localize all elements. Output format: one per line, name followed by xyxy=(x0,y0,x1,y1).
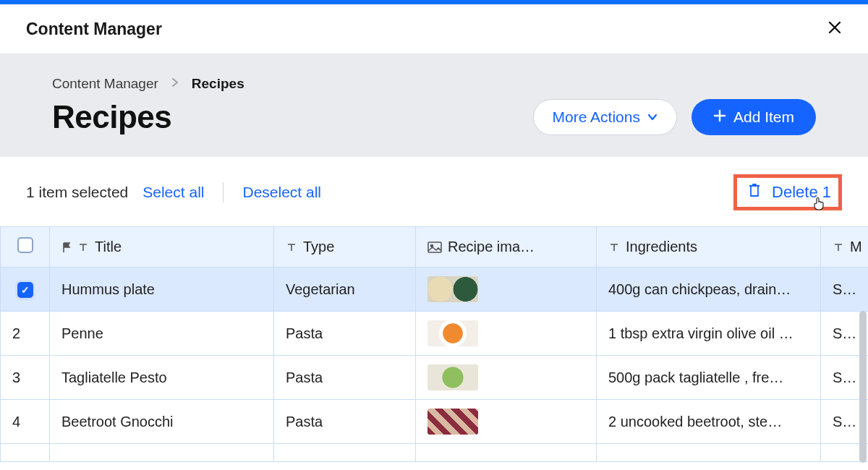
cell-title[interactable]: Tagliatelle Pesto xyxy=(50,356,274,400)
cell-type[interactable]: Pasta xyxy=(274,312,416,356)
cell-ingredients[interactable] xyxy=(597,444,821,462)
cell-image[interactable] xyxy=(416,312,597,356)
cell-ingredients[interactable]: 1 tbsp extra virgin olive oil … xyxy=(597,312,821,356)
modal-title: Content Manager xyxy=(26,20,162,39)
column-title-label: Title xyxy=(95,239,122,255)
row-number[interactable]: 3 xyxy=(1,356,50,400)
action-group: More Actions Add Item xyxy=(533,99,816,135)
add-item-label: Add Item xyxy=(733,108,794,126)
cell-image[interactable] xyxy=(416,444,597,462)
column-ingredients[interactable]: Ingredients xyxy=(597,227,821,268)
cell-image[interactable] xyxy=(416,400,597,444)
row-number[interactable]: 4 xyxy=(1,400,50,444)
cell-ingredients[interactable]: 2 uncooked beetroot, ste… xyxy=(597,400,821,444)
trash-icon xyxy=(747,182,762,202)
table-row[interactable] xyxy=(1,444,869,462)
page-title: Recipes xyxy=(52,99,171,135)
add-item-button[interactable]: Add Item xyxy=(692,99,816,135)
row-number[interactable]: 2 xyxy=(1,312,50,356)
cell-ingredients[interactable]: 400g can chickpeas, drain… xyxy=(597,268,821,312)
column-type[interactable]: Type xyxy=(274,227,416,268)
table-row[interactable]: Hummus plate Vegetarian 400g can chickpe… xyxy=(1,268,869,312)
cell-type[interactable] xyxy=(274,444,416,462)
text-icon xyxy=(608,242,620,253)
deselect-all-link[interactable]: Deselect all xyxy=(242,184,321,201)
modal-header: Content Manager xyxy=(0,4,868,54)
text-icon xyxy=(77,242,89,253)
header-checkbox[interactable] xyxy=(17,237,33,253)
cell-image[interactable] xyxy=(416,268,597,312)
cell-title[interactable]: Beetroot Gnocchi xyxy=(50,400,274,444)
image-icon xyxy=(427,242,442,253)
thumbnail xyxy=(427,364,478,390)
header-checkbox-cell[interactable] xyxy=(1,227,50,268)
divider xyxy=(223,182,224,202)
table-row[interactable]: 4 Beetroot Gnocchi Pasta 2 uncooked beet… xyxy=(1,400,869,444)
cell-type[interactable]: Vegetarian xyxy=(274,268,416,312)
text-icon xyxy=(286,242,297,253)
cell-title[interactable]: Penne xyxy=(50,312,274,356)
cell-method[interactable]: STEF xyxy=(821,268,869,312)
delete-highlight: Delete 1 xyxy=(733,174,842,210)
cell-type[interactable]: Pasta xyxy=(274,400,416,444)
plus-icon xyxy=(713,108,726,126)
thumbnail xyxy=(427,320,478,346)
cell-title[interactable] xyxy=(50,444,274,462)
more-actions-label: More Actions xyxy=(553,108,640,126)
cell-ingredients[interactable]: 500g pack tagliatelle , fre… xyxy=(597,356,821,400)
cell-title[interactable]: Hummus plate xyxy=(50,268,274,312)
row-checkbox[interactable] xyxy=(17,282,33,298)
more-actions-button[interactable]: More Actions xyxy=(533,99,677,135)
cell-type[interactable]: Pasta xyxy=(274,356,416,400)
text-icon xyxy=(833,242,844,253)
thumbnail xyxy=(427,276,478,302)
column-method-label: M xyxy=(850,239,862,255)
column-title[interactable]: Title xyxy=(50,227,274,268)
breadcrumb: Content Manager Recipes xyxy=(52,76,816,92)
table-header-row: Title Type Recipe ima… Ingredients xyxy=(1,227,869,268)
data-table: Title Type Recipe ima… Ingredients xyxy=(0,226,868,462)
selection-toolbar: 1 item selected Select all Deselect all … xyxy=(0,157,868,226)
svg-rect-0 xyxy=(428,242,441,252)
row-number[interactable] xyxy=(1,444,50,462)
column-method[interactable]: M xyxy=(821,227,869,268)
close-icon[interactable] xyxy=(825,17,845,40)
thumbnail xyxy=(427,409,478,435)
subheader: Content Manager Recipes Recipes More Act… xyxy=(0,54,868,157)
breadcrumb-root[interactable]: Content Manager xyxy=(52,76,158,92)
column-image[interactable]: Recipe ima… xyxy=(416,227,597,268)
flag-icon xyxy=(61,242,72,253)
cell-image[interactable] xyxy=(416,356,597,400)
selected-count: 1 item selected xyxy=(26,184,128,201)
column-image-label: Recipe ima… xyxy=(448,239,535,255)
select-all-link[interactable]: Select all xyxy=(142,184,204,201)
chevron-right-icon xyxy=(171,77,179,90)
column-ingredients-label: Ingredients xyxy=(626,239,697,255)
scrollbar-thumb[interactable] xyxy=(859,311,867,463)
chevron-down-icon xyxy=(647,111,658,123)
table-row[interactable]: 2 Penne Pasta 1 tbsp extra virgin olive … xyxy=(1,312,869,356)
column-type-label: Type xyxy=(303,239,334,255)
table-row[interactable]: 3 Tagliatelle Pesto Pasta 500g pack tagl… xyxy=(1,356,869,400)
cursor-hand-icon xyxy=(812,196,825,214)
breadcrumb-current: Recipes xyxy=(192,76,244,92)
